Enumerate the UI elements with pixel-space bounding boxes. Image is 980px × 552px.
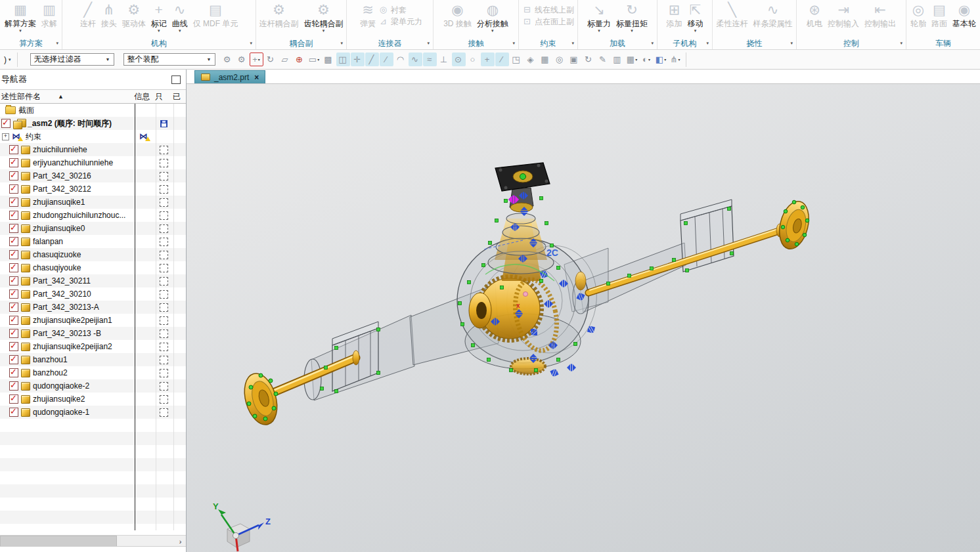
render-style-icon[interactable]: ◐▾ [640,53,654,66]
panel-float-button[interactable] [171,75,181,84]
snap-curve-icon[interactable]: ◠ [394,53,408,66]
selection-scope-select[interactable]: 整个装配▼ [123,53,215,66]
ribbon-item-solution-scheme[interactable]: ▦ 解算方案 ▾ [2,1,39,33]
column-header-name[interactable]: 述性部件名▲ [0,91,134,102]
tab-asm2-prt[interactable]: _asm2.prt × [194,70,265,83]
window-layout-icon[interactable]: ▦▾ [625,53,639,66]
scrollbar-track[interactable] [117,536,175,547]
ribbon-item-point-on-surface[interactable]: ⊡ 点在面上副 [522,16,574,26]
ribbon-item-tire[interactable]: ◎ 轮胎 [908,1,929,28]
ribbon-item-scalar-force[interactable]: ↘ 标量力 ▾ [585,1,613,33]
component-checkbox[interactable] [9,368,18,377]
ribbon-group-label-coupler[interactable]: 耦合副▾ [256,37,346,49]
sheets-icon[interactable]: ▥ [611,53,625,66]
ribbon-group-label-control[interactable]: 控制▾ [797,37,906,49]
tree-row-component[interactable]: falanpan [0,235,186,248]
ribbon-item-link[interactable]: ╱ 连杆 [78,1,99,28]
component-checkbox[interactable] [9,211,18,220]
dice-icon[interactable]: ▩ [322,53,336,66]
tree-row-component[interactable]: erjiyuanzhuchilunniehe [0,156,186,169]
readonly-checkbox[interactable] [160,356,168,364]
close-tab-icon[interactable]: × [254,73,259,82]
snap-handles-icon[interactable]: ✛ [351,53,365,66]
ribbon-item-curve-on-curve[interactable]: ⊟ 线在线上副 [522,5,574,14]
component-checkbox[interactable] [9,408,18,417]
marquee-select-icon[interactable]: ▭▾ [307,53,321,66]
tree-row-component[interactable]: banzhou1 [0,353,186,366]
readonly-checkbox[interactable] [160,277,168,286]
snap-facet-icon[interactable]: ◈ [524,53,538,66]
component-checkbox[interactable] [9,303,18,312]
model-input-flange[interactable] [495,163,550,191]
rotate-reuse-icon[interactable]: ↻ [264,53,278,66]
snap-endpoint-icon[interactable]: ╱ [365,53,379,66]
column-header-readonly[interactable]: 只 [155,91,173,102]
tree-row-component[interactable]: Part_342_30213 -B [0,327,186,340]
component-checkbox[interactable] [9,198,18,207]
tree-row-component[interactable]: Part_342_30211 [0,274,186,287]
component-checkbox[interactable] [9,355,18,364]
selection-filter-select[interactable]: 无选择过滤器▼ [30,53,114,66]
readonly-checkbox[interactable] [160,238,168,246]
menu-button-partial[interactable]: )▾ [1,55,14,64]
readonly-checkbox[interactable] [160,224,168,233]
copy-icon[interactable]: ▱ [278,53,292,66]
ribbon-item-spline-beam[interactable]: ∿ 样条梁属性 [751,1,795,28]
readonly-checkbox[interactable] [160,290,168,299]
model-flange-right[interactable] [775,198,814,252]
column-header-info[interactable]: 信息 [134,91,155,102]
readonly-checkbox[interactable] [160,329,168,338]
snap-midpoint-icon[interactable]: ∕ [380,53,393,66]
readonly-checkbox[interactable] [160,211,168,220]
tree-row-component[interactable]: chasuqiyouke [0,261,186,274]
tree-row-component[interactable]: qudongqiaoke-1 [0,406,186,419]
component-checkbox[interactable] [9,316,18,325]
snap-spline-point-icon[interactable]: ∿ [409,53,422,66]
tree-row-component[interactable]: qudongqiaoke-2 [0,379,186,393]
ribbon-item-joint[interactable]: ⋔ 接头 [99,1,120,28]
tree-row-component[interactable]: Part_342_30213-A [0,301,186,314]
ribbon-item-road[interactable]: ▤ 路面 [929,1,950,28]
component-checkbox[interactable] [9,276,18,286]
ribbon-item-move[interactable]: ⇱ 移动 ▾ [685,1,706,33]
tree-row-component[interactable]: chasuqizuoke [0,248,186,261]
snapshot-icon[interactable]: ▣ [568,53,581,66]
ribbon-item-link-coupler[interactable]: ⚙ 连杆耦合副 [257,1,301,28]
component-checkbox[interactable] [9,145,18,154]
ribbon-group-label-vehicle[interactable]: 车辆 [906,37,980,49]
component-checkbox[interactable] [9,289,18,299]
tree-row-component[interactable]: zhujiansuqike2peijian2 [0,340,186,353]
ribbon-item-basic-wheel[interactable]: ◉ 基本轮 [950,1,979,28]
ribbon-item-analysis-contact[interactable]: ◍ 分析接触 ▾ [474,1,511,33]
component-checkbox[interactable] [9,394,18,404]
readonly-checkbox[interactable] [160,408,168,417]
ribbon-item-driver[interactable]: ⚙ 驱动体 [120,1,148,28]
view-cube-icon[interactable]: ◧▾ [654,53,668,66]
orient-view-icon[interactable]: ⋔▾ [669,53,682,66]
snap-quadrant-icon[interactable]: ○ [466,53,480,66]
tree-row-component[interactable]: zhujiansuqike2 [0,393,186,406]
component-checkbox[interactable] [9,263,18,272]
tree-row-section[interactable]: 截面 [0,104,186,117]
tree-row-component[interactable]: Part_342_30216 [0,169,186,182]
readonly-checkbox[interactable] [160,395,168,404]
component-checkbox[interactable] [9,184,18,194]
tree-row-assembly-root[interactable]: _asm2 (顺序: 时间顺序) [0,117,186,130]
assembly-constraints-icon[interactable]: ⚙ [221,53,234,66]
snap-filter-icon[interactable]: +▾ [250,53,263,66]
ribbon-item-3d-contact[interactable]: ◉ 3D 接触 [441,1,474,28]
ribbon-item-scalar-torque[interactable]: ↻ 标量扭矩 ▾ [613,1,650,33]
ribbon-item-add[interactable]: ⊞ 添加 [664,1,685,28]
component-checkbox[interactable] [9,171,18,180]
readonly-checkbox[interactable] [160,264,168,272]
snap-grid-icon[interactable]: ▦ [539,53,552,66]
viewport-3d-model[interactable]: 2C x Z Y [187,84,980,552]
readonly-checkbox[interactable] [160,303,168,312]
annotate-icon[interactable]: ✎ [596,53,610,66]
ribbon-item-control-output[interactable]: ⇤ 控制输出 [862,1,899,28]
model-input-pinion[interactable] [488,188,554,281]
component-checkbox[interactable] [9,158,18,167]
wcs-dynamics-icon[interactable]: ⊕ [293,53,307,66]
readonly-checkbox[interactable] [160,316,168,325]
ribbon-item-bushing[interactable]: ◎ 衬套 [378,5,422,14]
